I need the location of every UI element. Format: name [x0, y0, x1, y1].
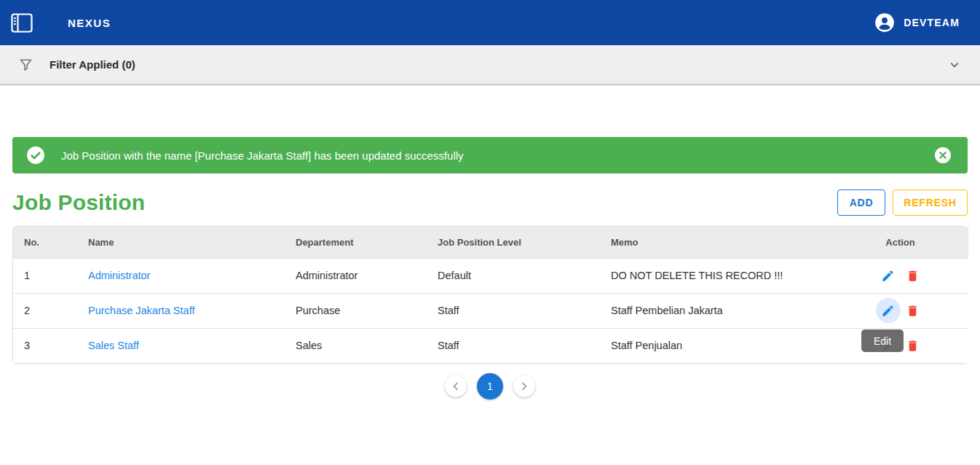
user-name: DEVTEAM [904, 17, 960, 28]
column-header-memo: Memo [600, 227, 847, 258]
cell-level: Default [427, 258, 600, 293]
alert-close-icon[interactable] [934, 146, 952, 164]
top-app-bar: NEXUS DEVTEAM [0, 0, 980, 45]
table-row: 1AdministratorAdministratorDefaultDO NOT… [13, 258, 968, 293]
cell-name: Administrator [77, 258, 285, 293]
column-header-level: Job Position Level [427, 227, 600, 258]
filter-bar[interactable]: Filter Applied (0) [0, 45, 980, 85]
job-position-link[interactable]: Sales Staff [88, 340, 139, 351]
cell-memo: Staff Pembelian Jakarta [600, 293, 847, 328]
cell-no: 2 [13, 293, 77, 328]
table-header-row: No. Name Departement Job Position Level … [13, 227, 968, 258]
cell-name: Sales Staff [77, 328, 285, 363]
job-position-table-card: No. Name Departement Job Position Level … [12, 226, 968, 364]
chevron-left-icon [448, 378, 464, 394]
page-1-button[interactable]: 1 [477, 373, 503, 399]
account-circle-icon [874, 12, 895, 33]
cell-level: Staff [427, 328, 600, 363]
job-position-table: No. Name Departement Job Position Level … [13, 227, 968, 363]
chevron-right-icon [516, 378, 532, 394]
cell-level: Staff [427, 293, 600, 328]
edit-tooltip: Edit [861, 329, 904, 352]
pagination: 1 [12, 373, 968, 399]
success-alert: Job Position with the name [Purchase Jak… [12, 137, 968, 173]
cell-no: 3 [13, 328, 77, 363]
refresh-button[interactable]: REFRESH [893, 189, 968, 216]
filter-icon [19, 58, 33, 71]
job-position-link[interactable]: Purchase Jakarta Staff [88, 305, 194, 316]
job-position-link[interactable]: Administrator [88, 270, 150, 281]
app-brand: NEXUS [68, 17, 111, 29]
delete-icon[interactable] [901, 298, 925, 323]
next-page-button[interactable] [513, 375, 535, 397]
user-menu[interactable]: DEVTEAM [874, 12, 960, 33]
prev-page-button[interactable] [445, 375, 467, 397]
cell-action [847, 258, 968, 293]
chevron-down-icon[interactable] [947, 57, 963, 73]
alert-message: Job Position with the name [Purchase Jak… [61, 149, 934, 162]
edit-icon[interactable] [876, 298, 901, 323]
edit-icon[interactable] [876, 263, 901, 288]
delete-icon[interactable] [901, 263, 925, 288]
cell-departement: Sales [285, 328, 427, 363]
filter-label: Filter Applied (0) [50, 58, 135, 71]
sidebar-toggle-icon[interactable] [9, 10, 34, 35]
cell-name: Purchase Jakarta Staff [77, 293, 285, 328]
cell-memo: Staff Penjualan [600, 328, 847, 363]
delete-icon[interactable] [901, 333, 925, 358]
add-button[interactable]: ADD [837, 189, 885, 216]
cell-action [847, 293, 968, 328]
check-circle-icon [26, 146, 45, 165]
cell-departement: Administrator [285, 258, 427, 293]
cell-departement: Purchase [285, 293, 427, 328]
page-title: Job Position [12, 190, 145, 215]
column-header-name: Name [77, 227, 285, 258]
cell-memo: DO NOT DELETE THIS RECORD !!! [600, 258, 847, 293]
cell-no: 1 [13, 258, 77, 293]
column-header-departement: Departement [285, 227, 427, 258]
table-row: 2Purchase Jakarta StaffPurchaseStaffStaf… [13, 293, 968, 328]
column-header-no: No. [13, 227, 77, 258]
main-content: Job Position with the name [Purchase Jak… [0, 137, 980, 399]
column-header-action: Action [847, 227, 968, 258]
table-row: 3Sales StaffSalesStaffStaff Penjualan [13, 328, 968, 363]
